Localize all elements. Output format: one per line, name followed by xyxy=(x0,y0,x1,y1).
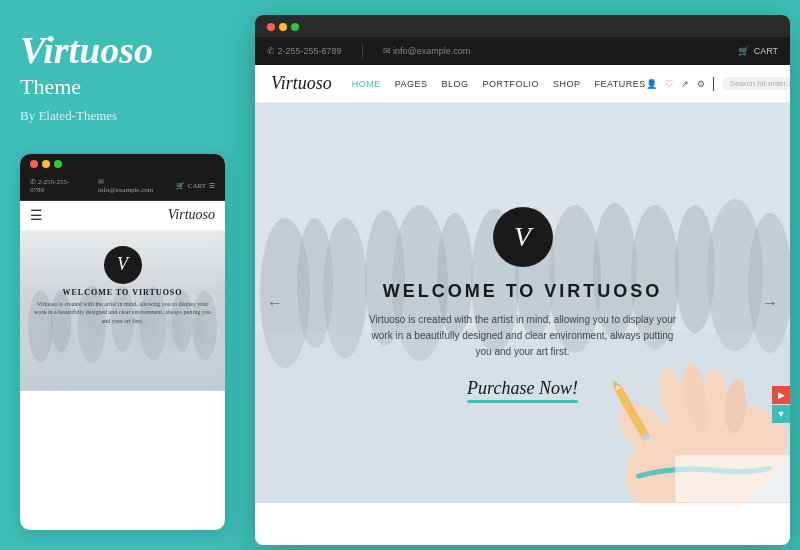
nav-separator xyxy=(713,77,714,91)
mobile-v-logo: V xyxy=(104,246,142,284)
hero-section: ← → V WELCOME TO VIRTUOSO Virtuoso is cr… xyxy=(255,103,790,503)
side-btn-red[interactable]: ▶ xyxy=(772,386,790,404)
browser-window: ✆ 2-255-255-6789 ✉ info@example.com 🛒 CA… xyxy=(255,15,790,545)
nav-links: HOME PAGES BLOG PORTFOLIO SHOP FEATURES xyxy=(352,79,646,89)
mobile-email: ✉ info@example.com xyxy=(98,178,161,194)
nav-home[interactable]: HOME xyxy=(352,79,381,89)
nav-features[interactable]: FEATURES xyxy=(594,79,645,89)
browser-dot-red xyxy=(267,23,275,31)
hero-title: WELCOME TO VIRTUOSO xyxy=(383,281,663,302)
addr-separator xyxy=(362,44,363,58)
svg-rect-33 xyxy=(675,455,790,502)
browser-chrome xyxy=(255,15,790,37)
mobile-preview-card: ✆ 2-255-255-6789 ✉ info@example.com 🛒 CA… xyxy=(20,154,225,530)
share-icon: ↗ xyxy=(681,79,689,89)
brand-name: Virtuoso xyxy=(20,30,225,72)
person-icon: 👤 xyxy=(646,79,657,89)
mobile-welcome-text: WELCOME TO VIRTUOSO xyxy=(62,288,182,297)
dot-yellow xyxy=(42,160,50,168)
browser-cart[interactable]: 🛒 CART xyxy=(738,46,778,56)
hero-arrow-left[interactable]: ← xyxy=(267,294,283,312)
hero-description: Virtuoso is created with the artist in m… xyxy=(363,312,683,360)
browser-address-bar: ✆ 2-255-255-6789 ✉ info@example.com 🛒 CA… xyxy=(255,37,790,65)
settings-icon: ⚙ xyxy=(697,79,705,89)
hamburger-icon[interactable]: ☰ xyxy=(30,207,43,224)
mobile-logo: Virtuoso xyxy=(168,207,215,223)
mobile-nav-bar: ☰ Virtuoso xyxy=(20,201,225,231)
mobile-hero: V WELCOME TO VIRTUOSO Virtuoso is create… xyxy=(20,231,225,391)
site-logo: Virtuoso xyxy=(271,73,332,94)
mobile-address-bar: ✆ 2-255-255-6789 ✉ info@example.com 🛒 CA… xyxy=(20,174,225,201)
browser-dot-yellow xyxy=(279,23,287,31)
side-btn-teal[interactable]: ▼ xyxy=(772,405,790,423)
mobile-cart: 🛒 CART ☰ xyxy=(176,178,215,194)
search-input[interactable]: Search hit enter... xyxy=(722,77,790,90)
hero-content: V WELCOME TO VIRTUOSO Virtuoso is create… xyxy=(303,207,743,399)
nav-portfolio[interactable]: PORTFOLIO xyxy=(483,79,539,89)
brand-subtitle: Theme xyxy=(20,74,225,100)
site-nav: Virtuoso HOME PAGES BLOG PORTFOLIO SHOP … xyxy=(255,65,790,103)
menu-icon: ☰ xyxy=(209,182,215,190)
nav-shop[interactable]: SHOP xyxy=(553,79,581,89)
cart-icon: 🛒 xyxy=(176,182,185,190)
side-buttons: ▶ ▼ xyxy=(772,386,790,423)
cart-icon: 🛒 xyxy=(738,46,749,56)
dot-red xyxy=(30,160,38,168)
left-panel: Virtuoso Theme By Elated-Themes ✆ 2-255-… xyxy=(0,0,245,550)
mobile-top-bar xyxy=(20,154,225,174)
mobile-description: Virtuoso is created with the artist in m… xyxy=(20,297,225,328)
nav-right: 👤 ♡ ↗ ⚙ Search hit enter... 🔍 xyxy=(646,75,790,93)
mobile-phone: ✆ 2-255-255-6789 xyxy=(30,178,83,194)
nav-blog[interactable]: BLOG xyxy=(442,79,469,89)
browser-dot-green xyxy=(291,23,299,31)
hero-v-logo: V xyxy=(493,207,553,267)
browser-dots xyxy=(267,23,299,31)
browser-phone: ✆ 2-255-255-6789 xyxy=(267,46,342,56)
dot-green xyxy=(54,160,62,168)
nav-pages[interactable]: PAGES xyxy=(395,79,428,89)
brand-author: By Elated-Themes xyxy=(20,108,225,124)
browser-email: ✉ info@example.com xyxy=(383,46,471,56)
heart-icon: ♡ xyxy=(665,79,673,89)
hero-cta-button[interactable]: Purchase Now! xyxy=(467,378,578,399)
